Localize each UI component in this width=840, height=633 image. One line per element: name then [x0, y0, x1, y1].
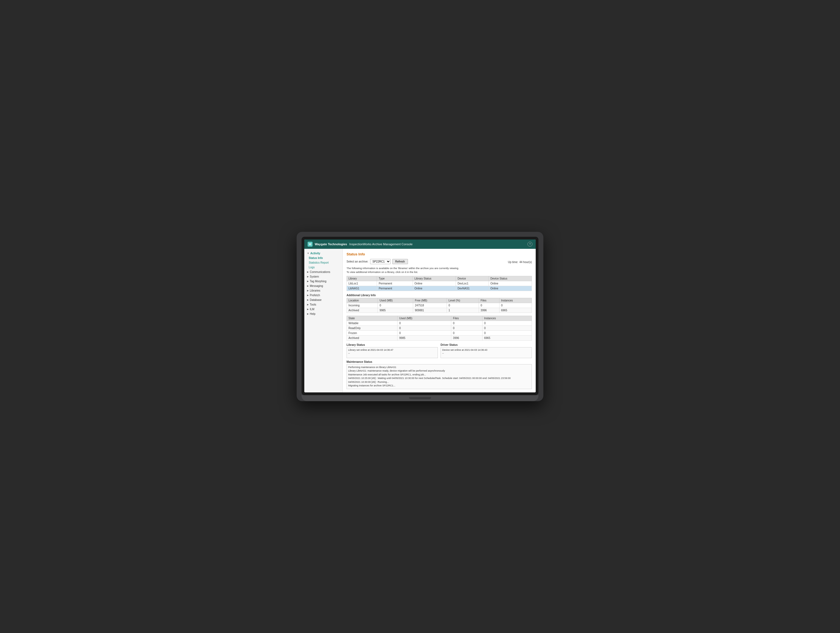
table-row[interactable]: LibNAS1 Permanent Online DevNAS1 Online: [347, 286, 532, 291]
sidebar-item-database[interactable]: ▶ Database: [304, 298, 343, 302]
add-cell-free-mb: 247518: [413, 303, 447, 308]
sidebar-item-communications[interactable]: ▶ Communications: [304, 270, 343, 274]
app-logo-icon: W: [308, 242, 313, 247]
info-text: The following information is available o…: [347, 266, 532, 274]
uptime-value: 44 hour(s): [519, 261, 532, 264]
sidebar-item-help[interactable]: ▶ Help: [304, 312, 343, 316]
sidebar-item-logs[interactable]: Logs: [304, 265, 343, 270]
add-cell-location: Archived: [347, 308, 378, 313]
lib-cell-device: DevLoc1: [456, 281, 488, 286]
state-cell-used-mb: 0: [398, 326, 451, 331]
add-cell-files: 3996: [479, 308, 499, 313]
status-row: Library Status Library set online at 202…: [347, 343, 532, 358]
sidebar: ▼ Activity Status Info Statistics Report…: [304, 249, 343, 392]
sidebar-item-activity[interactable]: ▼ Activity: [304, 251, 343, 256]
driver-status-text: Device set online at 2021-04-03 14:36:43…: [441, 347, 532, 358]
maintenance-section: Maintenance Status Performing maintenanc…: [347, 361, 532, 389]
lib-col-device: Device: [456, 276, 488, 281]
system-arrow-icon: ▶: [307, 276, 309, 278]
add-col-used-mb: Used (MB): [378, 298, 413, 303]
help-arrow-icon: ▶: [307, 313, 309, 315]
state-cell-used-mb: 9985: [398, 335, 451, 340]
activity-arrow-icon: ▼: [307, 252, 309, 255]
state-col-files: Files: [451, 316, 483, 321]
state-cell-files: 0: [451, 321, 483, 326]
state-cell-instances: 6965: [483, 335, 532, 340]
sidebar-item-tag-morphing[interactable]: ▶ Tag Morphing: [304, 279, 343, 283]
sidebar-item-system[interactable]: ▶ System: [304, 274, 343, 279]
lib-cell-library: LibLoc1: [347, 281, 377, 286]
sidebar-item-status-info[interactable]: Status Info: [304, 256, 343, 260]
app-name: InspectionWorks Archive Management Conso…: [349, 242, 413, 246]
add-cell-files: 0: [479, 303, 499, 308]
state-col-state: State: [347, 316, 398, 321]
add-cell-location: Incoming: [347, 303, 378, 308]
archive-select[interactable]: SP22RC1: [370, 259, 391, 264]
add-cell-level: 0: [447, 303, 479, 308]
laptop-notch: [409, 397, 431, 399]
sidebar-tools-label: Tools: [310, 303, 316, 306]
lib-cell-type: Permanent: [377, 281, 413, 286]
lib-cell-type: Permanent: [377, 286, 413, 291]
state-cell-files: 0: [451, 326, 483, 331]
table-row: Frozen 0 0 0: [347, 331, 532, 335]
add-cell-free-mb: 909881: [413, 308, 447, 313]
state-cell-files: 0: [451, 331, 483, 335]
info-line1: The following information is available o…: [347, 267, 459, 270]
refresh-button[interactable]: Refresh: [392, 259, 408, 264]
lib-col-device-status: Device Status: [488, 276, 532, 281]
state-cell-state: ReadOnly: [347, 326, 398, 331]
tools-arrow-icon: ▶: [307, 303, 309, 306]
maintenance-title: Maintenance Status: [347, 361, 532, 363]
driver-status-box: Driver Status Device set online at 2021-…: [441, 343, 532, 358]
table-row: Incoming 0 247518 0 0 0: [347, 303, 532, 308]
sidebar-item-statistics-report[interactable]: Statistics Report: [304, 260, 343, 265]
sidebar-libraries-label: Libraries: [310, 289, 320, 292]
sidebar-status-info-label: Status Info: [309, 257, 323, 260]
messaging-arrow-icon: ▶: [307, 285, 309, 287]
table-row[interactable]: LibLoc1 Permanent Online DevLoc1 Online: [347, 281, 532, 286]
lib-col-lib-status: Library Status: [413, 276, 456, 281]
tag-morphing-arrow-icon: ▶: [307, 280, 309, 282]
sidebar-communications-label: Communications: [310, 271, 330, 274]
add-col-files: Files: [479, 298, 499, 303]
add-cell-instances: 0: [499, 303, 532, 308]
sidebar-prefetch-label: Prefetch: [310, 294, 320, 297]
lib-col-library: Library: [347, 276, 377, 281]
sidebar-help-label: Help: [310, 312, 316, 315]
state-table: State Used (MB) Files Instances Writable…: [347, 316, 532, 341]
help-icon[interactable]: ?: [527, 242, 532, 247]
lib-col-type: Type: [377, 276, 413, 281]
driver-status-title: Driver Status: [441, 343, 532, 346]
database-arrow-icon: ▶: [307, 299, 309, 301]
table-row: Archived 9985 3996 6965: [347, 335, 532, 340]
sidebar-item-ilm[interactable]: ▶ ILM: [304, 307, 343, 312]
app-header: W Waygate Technologies InspectionWorks A…: [304, 239, 536, 249]
sidebar-item-prefetch[interactable]: ▶ Prefetch: [304, 293, 343, 298]
sidebar-system-label: System: [310, 275, 319, 278]
state-col-instances: Instances: [483, 316, 532, 321]
sidebar-database-label: Database: [310, 298, 322, 301]
add-cell-used-mb: 0: [378, 303, 413, 308]
uptime-section: Up time: 44 hour(s): [508, 259, 532, 264]
state-cell-instances: 0: [483, 321, 532, 326]
communications-arrow-icon: ▶: [307, 271, 309, 273]
add-cell-used-mb: 9985: [378, 308, 413, 313]
company-name: Waygate Technologies: [315, 242, 347, 246]
state-cell-used-mb: 0: [398, 321, 451, 326]
lib-cell-library: LibNAS1: [347, 286, 377, 291]
library-status-text: Library set online at 2021-04-03 14:36:4…: [347, 347, 438, 358]
add-col-free-mb: Free (MB): [413, 298, 447, 303]
additional-library-label: Additional Library Info: [347, 294, 532, 297]
sidebar-activity-label: Activity: [310, 252, 320, 255]
sidebar-item-messaging[interactable]: ▶ Messaging: [304, 283, 343, 288]
add-cell-instances: 6965: [499, 308, 532, 313]
archive-selector-row: Select an archive: SP22RC1 Refresh Up ti…: [347, 259, 532, 264]
main-content: Status Info Select an archive: SP22RC1 R…: [343, 249, 536, 392]
table-row: Archived 9985 909881 1 3996 6965: [347, 308, 532, 313]
sidebar-item-libraries[interactable]: ▶ Libraries: [304, 288, 343, 293]
sidebar-ilm-label: ILM: [310, 308, 314, 311]
sidebar-item-tools[interactable]: ▶ Tools: [304, 302, 343, 307]
add-col-level: Level (%): [447, 298, 479, 303]
add-col-location: Location: [347, 298, 378, 303]
